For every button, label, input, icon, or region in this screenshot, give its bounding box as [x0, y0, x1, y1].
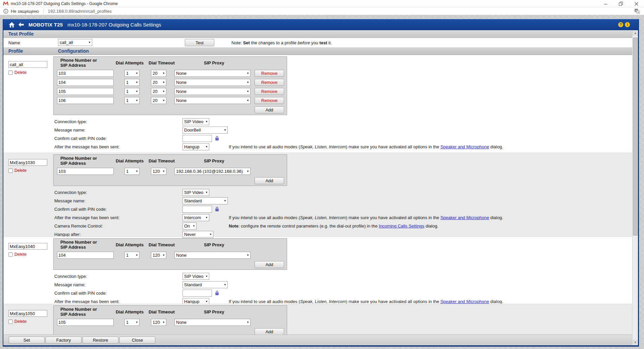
dial-attempts-select[interactable]: 1▼ — [124, 252, 140, 259]
pin-code-input[interactable] — [182, 206, 212, 213]
scroll-down-arrow-icon[interactable]: ▼ — [633, 340, 638, 345]
dial-timeout-select[interactable]: 120▼ — [151, 252, 166, 259]
remove-button[interactable]: Remove — [255, 97, 284, 104]
delete-checkbox[interactable] — [8, 70, 13, 75]
note-link[interactable]: Speaker and Microphone — [440, 299, 489, 304]
profile-name-input[interactable] — [8, 310, 47, 317]
sip-proxy-select[interactable]: None▼ — [174, 319, 251, 326]
vertical-scrollbar[interactable]: ▲ ▼ — [632, 30, 638, 345]
dial-timeout-select[interactable]: 20▼ — [151, 97, 166, 104]
setting-label: Camera Remote Control: — [54, 223, 103, 229]
dropdown-arrow-icon: ▼ — [88, 41, 91, 44]
dropdown-arrow-icon: ▼ — [162, 81, 165, 84]
test-profile-name-select[interactable]: call_all ▼ — [58, 39, 92, 46]
add-button[interactable]: Add — [255, 328, 284, 335]
add-button[interactable]: Add — [255, 261, 284, 268]
pin-code-input[interactable] — [182, 290, 212, 297]
app-header: MOBOTIX T25 mx10-18-178-207 Outgoing Cal… — [3, 19, 638, 30]
dial-attempts-select[interactable]: 1▼ — [124, 88, 140, 95]
dial-attempts-select[interactable]: 1▼ — [124, 319, 140, 326]
remove-button[interactable]: Remove — [255, 88, 284, 95]
home-icon[interactable] — [8, 22, 15, 28]
security-chip[interactable]: Не защищено — [3, 9, 39, 14]
scrollbar-thumb[interactable] — [633, 38, 638, 236]
set-button[interactable]: Set — [9, 337, 45, 344]
minimize-button[interactable] — [598, 0, 613, 7]
note-text: If you intend to use all audio modes ( — [229, 144, 300, 149]
url-text[interactable]: 192.168.0.89/admin/call_profiles — [48, 9, 112, 14]
setting-select[interactable]: Intercom▼ — [182, 214, 209, 221]
dial-attempts-select[interactable]: 1▼ — [124, 97, 140, 104]
setting-select[interactable]: SIP Video▼ — [182, 189, 209, 196]
address-bar[interactable]: Не защищено 192.168.0.89/admin/call_prof… — [0, 7, 644, 15]
sip-proxy-select[interactable]: 192.168.0.36 (102@192.168.0.36)▼ — [174, 168, 251, 175]
scroll-up-arrow-icon[interactable]: ▲ — [633, 30, 638, 36]
restore-button-footer[interactable]: Restore — [83, 337, 118, 344]
dial-timeout-select[interactable]: 20▼ — [151, 79, 166, 86]
remove-button[interactable]: Remove — [255, 70, 284, 77]
note-link[interactable]: Incoming Calls Settings — [379, 223, 424, 229]
phone-number-input[interactable] — [57, 88, 114, 95]
sip-proxy-select[interactable]: None▼ — [174, 79, 251, 86]
delete-label: Delete — [14, 168, 26, 173]
dial-attempts-select[interactable]: 1▼ — [124, 79, 140, 86]
add-button[interactable]: Add — [255, 106, 284, 113]
add-button[interactable]: Add — [255, 177, 284, 184]
profile-settings: Connection type: SIP Video▼ Message name… — [3, 272, 632, 306]
sip-proxy-select[interactable]: None▼ — [174, 252, 251, 259]
setting-select[interactable]: Standard▼ — [182, 197, 228, 204]
delete-checkbox[interactable] — [8, 319, 13, 324]
phone-number-input[interactable] — [57, 70, 114, 77]
profile-column-header: Profile — [8, 48, 23, 54]
sip-proxy-select[interactable]: None▼ — [174, 70, 251, 77]
sip-proxy-select[interactable]: None▼ — [174, 88, 251, 95]
setting-select[interactable]: DoorBell▼ — [182, 127, 228, 134]
selected-value: Standard — [184, 198, 202, 203]
dial-attempts-select[interactable]: 1▼ — [124, 168, 140, 175]
setting-select[interactable]: SIP Video▼ — [182, 118, 209, 125]
phone-number-input[interactable] — [57, 319, 114, 326]
setting-label: After the message has been sent: — [54, 299, 119, 304]
dial-timeout-select[interactable]: 120▼ — [151, 168, 166, 175]
attempts-column-header: Dial Attempts — [116, 158, 144, 163]
profile-name-input[interactable] — [8, 159, 47, 166]
info-icon[interactable]: i — [625, 22, 630, 27]
profile-name-input[interactable] — [8, 243, 47, 250]
close-button[interactable] — [629, 0, 644, 7]
delete-checkbox[interactable] — [8, 252, 13, 257]
setting-select[interactable]: SIP Video▼ — [182, 273, 209, 280]
content-panel: MOBOTIX T25 mx10-18-178-207 Outgoing Cal… — [3, 19, 639, 347]
translate-extension-icon[interactable]: aA — [634, 8, 640, 15]
delete-checkbox[interactable] — [8, 168, 13, 173]
dial-timeout-select[interactable]: 20▼ — [151, 88, 166, 95]
restore-button[interactable] — [613, 0, 629, 7]
note-text: it. — [327, 40, 332, 45]
note-link[interactable]: Speaker and Microphone — [440, 215, 489, 220]
dial-attempts-select[interactable]: 1▼ — [124, 70, 140, 77]
dial-timeout-select[interactable]: 20▼ — [151, 70, 166, 77]
phone-number-input[interactable] — [57, 97, 114, 104]
setting-select[interactable]: Hangup▼ — [182, 143, 209, 150]
dial-timeout-select[interactable]: 120▼ — [151, 319, 166, 326]
phone-number-input[interactable] — [57, 168, 114, 175]
test-button[interactable]: Test — [185, 39, 214, 46]
sip-proxy-select[interactable]: None▼ — [174, 97, 251, 104]
close-button-footer[interactable]: Close — [119, 337, 155, 344]
profile-name-input[interactable] — [8, 61, 47, 68]
phone-number-input[interactable] — [57, 252, 114, 259]
pin-code-input[interactable] — [182, 135, 212, 142]
note-text: dialog. — [489, 144, 503, 149]
phone-number-input[interactable] — [57, 79, 114, 86]
setting-select[interactable]: Standard▼ — [182, 281, 228, 288]
dropdown-arrow-icon: ▼ — [247, 72, 249, 75]
delete-label: Delete — [14, 319, 26, 324]
help-icon[interactable]: ? — [618, 22, 623, 27]
factory-button[interactable]: Factory — [46, 337, 82, 344]
note-link[interactable]: Speaker and Microphone — [440, 144, 489, 149]
remove-button[interactable]: Remove — [255, 79, 284, 86]
footer-bar: Set Factory Restore Close — [3, 335, 638, 345]
setting-select[interactable]: On▼ — [182, 222, 197, 230]
back-arrow-icon[interactable] — [18, 22, 24, 27]
setting-control: Standard▼ — [182, 281, 228, 288]
section-title: Test Profile — [8, 31, 34, 37]
